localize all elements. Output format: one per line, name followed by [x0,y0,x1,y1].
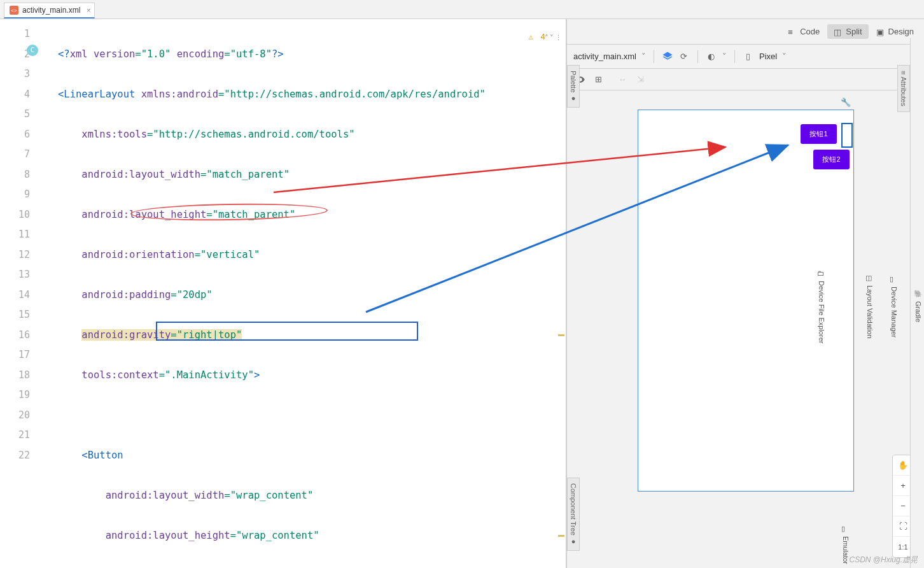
tab-code[interactable]: ≡Code [781,24,826,39]
design-icon: ▣ [876,27,885,36]
margin-indicator [841,123,853,148]
layers-icon[interactable] [662,51,673,62]
file-tab[interactable]: <> activity_main.xml × [4,3,95,18]
orientation-icon[interactable]: ⟳ [678,51,690,62]
palette-tab[interactable]: Palette ● [567,65,580,108]
watermark: CSDN @Hxiug.虚晃 [849,555,918,565]
tab-design[interactable]: ▣Design [870,24,920,39]
lines-icon: ≡ [788,27,797,36]
device-icon[interactable]: ▯ [743,51,754,62]
preview-button-2[interactable]: 按钮2 [813,150,849,169]
wrench-icon[interactable]: 🔧 [841,97,851,107]
nav-arrows[interactable]: ˄ ˅ ⋮ [545,28,562,48]
preview-button-1[interactable]: 按钮1 [801,124,836,144]
code-editor[interactable]: C 12345678910111213141516171819202122 <?… [0,19,566,568]
line-gutter: C 12345678910111213141516171819202122 [0,19,41,568]
left-arrow-icon[interactable]: ↔ [617,74,628,85]
component-tree-tab[interactable]: Component Tree ● [567,478,580,551]
tab-split[interactable]: ◫Split [827,24,868,39]
author-badge[interactable]: C [27,45,38,56]
code-content[interactable]: <?xml version="1.0" encoding="utf-8"?> <… [54,19,566,568]
view-mode-tabs: ≡Code ◫Split ▣Design [567,19,924,45]
tab-bar: <> activity_main.xml × [0,0,924,19]
fold-column[interactable] [41,19,54,568]
close-icon[interactable]: × [87,6,90,14]
xml-file-icon: <> [10,6,18,15]
gradle-tab[interactable]: 🐘Gradle [913,286,924,326]
layout-validation-tab[interactable]: ◫Layout Validation [864,270,876,343]
device-name[interactable]: Pixel [759,52,777,61]
preview-filename[interactable]: activity_main.xml [573,52,636,61]
device-file-explorer-tab[interactable]: 🗀Device File Explorer [816,266,827,347]
expand-icon[interactable]: ⇲ [634,74,646,85]
theme-icon[interactable]: ◐ [706,51,717,62]
tab-filename: activity_main.xml [22,6,80,15]
grid-icon[interactable]: ⊞ [592,74,604,85]
preview-toolbar: activity_main.xml˅ ⟳ ◐˅ ▯ Pixel˅ ⚠ [567,45,924,69]
split-icon: ◫ [834,27,843,36]
warning-summary[interactable]: ⚠ 4 [529,27,545,47]
attributes-tab[interactable]: ≡ Attributes [897,65,910,112]
secondary-toolbar: ⊞ ↔ ⇲ ? [567,69,924,90]
right-tool-strip: 🐘Gradle ▯Device Manager ◫Layout Validati… [910,38,924,568]
device-manager-tab[interactable]: ▯Device Manager [888,271,900,341]
